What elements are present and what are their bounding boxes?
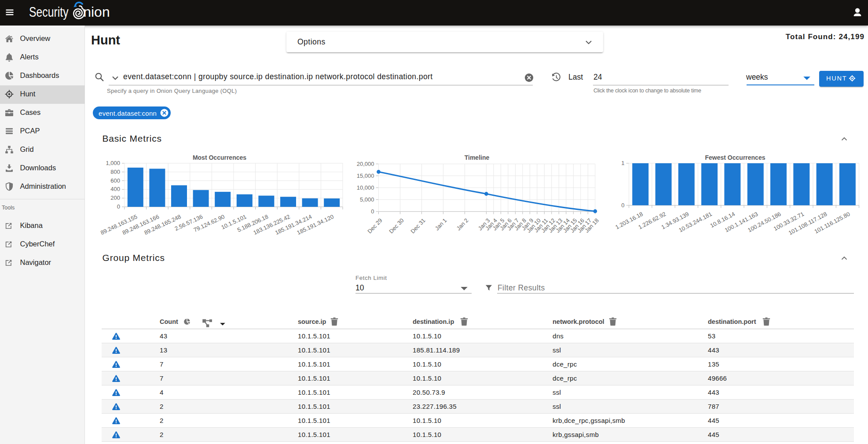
svg-text:5,000: 5,000 — [360, 196, 374, 203]
svg-text:Dec 30: Dec 30 — [388, 217, 405, 235]
svg-text:0: 0 — [117, 203, 120, 210]
svg-text:0: 0 — [371, 208, 374, 215]
svg-text:Timeline: Timeline — [465, 154, 490, 161]
svg-text:101.108.117.128: 101.108.117.128 — [787, 210, 828, 236]
svg-text:1,000: 1,000 — [106, 160, 120, 166]
svg-text:600: 600 — [110, 177, 120, 184]
svg-text:10,000: 10,000 — [357, 184, 374, 191]
svg-text:185.191.34.120: 185.191.34.120 — [296, 213, 335, 236]
svg-text:Dec 29: Dec 29 — [366, 217, 383, 235]
svg-text:Fewest Occurrences: Fewest Occurrences — [705, 154, 765, 161]
svg-text:200: 200 — [110, 194, 120, 201]
svg-text:Most Occurrences: Most Occurrences — [193, 154, 246, 161]
svg-text:15,000: 15,000 — [357, 172, 374, 179]
svg-text:Jan 1: Jan 1 — [434, 217, 448, 231]
svg-text:400: 400 — [110, 186, 120, 192]
svg-text:Jan 2: Jan 2 — [455, 217, 470, 231]
svg-text:Dec 31: Dec 31 — [409, 217, 426, 235]
svg-text:1: 1 — [621, 160, 624, 166]
svg-text:0: 0 — [621, 202, 624, 209]
svg-text:800: 800 — [110, 169, 120, 175]
svg-text:20,000: 20,000 — [357, 161, 374, 167]
